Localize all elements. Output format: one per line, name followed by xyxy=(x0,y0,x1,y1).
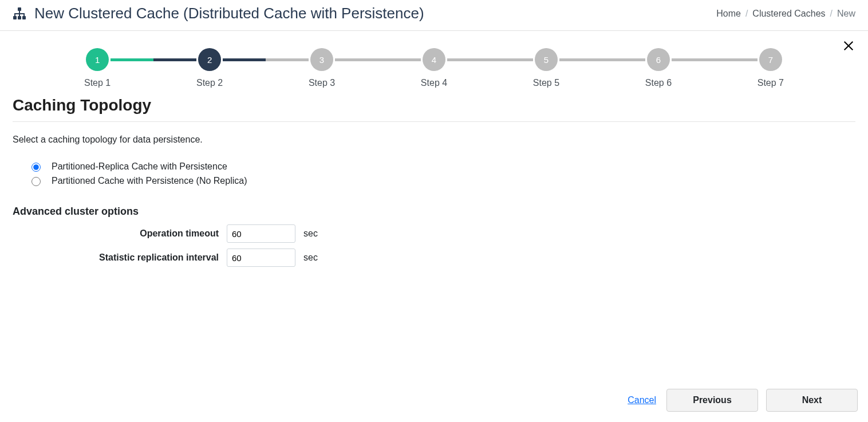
step-label: Step 5 xyxy=(533,78,559,88)
operation-timeout-row: Operation timeout sec xyxy=(13,224,855,243)
step-label: Step 7 xyxy=(757,78,784,88)
svg-rect-7 xyxy=(19,14,20,16)
close-button[interactable] xyxy=(838,36,859,56)
page-title-header: New Clustered Cache (Distributed Cache w… xyxy=(34,5,424,22)
wizard-footer: Cancel Previous Next xyxy=(0,381,868,422)
stat-interval-unit: sec xyxy=(303,253,318,263)
stat-interval-row: Statistic replication interval sec xyxy=(13,249,855,267)
divider xyxy=(13,121,855,122)
svg-rect-2 xyxy=(18,16,21,19)
step-circle: 1 xyxy=(86,48,109,71)
step-label: Step 2 xyxy=(196,78,223,88)
step-3[interactable]: 3Step 3 xyxy=(309,48,335,88)
page-header: New Clustered Cache (Distributed Cache w… xyxy=(0,0,868,31)
svg-rect-4 xyxy=(19,11,20,13)
breadcrumb-home[interactable]: Home xyxy=(716,9,741,19)
stat-interval-input[interactable] xyxy=(227,249,295,267)
step-connector xyxy=(672,58,757,61)
breadcrumb-clustered-caches[interactable]: Clustered Caches xyxy=(752,9,825,19)
step-7[interactable]: 7Step 7 xyxy=(757,48,784,88)
step-label: Step 1 xyxy=(84,78,111,88)
topology-radio-group: Partitioned-Replica Cache with Persisten… xyxy=(13,161,855,186)
breadcrumb-separator: / xyxy=(745,9,748,19)
previous-button[interactable]: Previous xyxy=(666,389,758,412)
step-2[interactable]: 2Step 2 xyxy=(196,48,223,88)
wizard-stepper: 1Step 12Step 23Step 34Step 45Step 56Step… xyxy=(84,48,784,88)
section-description: Select a caching topology for data persi… xyxy=(13,135,855,145)
svg-rect-6 xyxy=(14,14,15,16)
cancel-link[interactable]: Cancel xyxy=(628,395,656,405)
radio-partitioned-no-replica[interactable]: Partitioned Cache with Persistence (No R… xyxy=(29,175,855,186)
step-5[interactable]: 5Step 5 xyxy=(533,48,559,88)
svg-rect-0 xyxy=(18,7,21,11)
breadcrumb-separator: / xyxy=(830,9,833,19)
step-connector xyxy=(335,58,421,61)
step-connector xyxy=(111,58,196,61)
step-label: Step 3 xyxy=(309,78,335,88)
svg-rect-3 xyxy=(22,16,26,19)
step-1[interactable]: 1Step 1 xyxy=(84,48,111,88)
operation-timeout-input[interactable] xyxy=(227,224,295,243)
step-circle: 7 xyxy=(759,48,782,71)
step-connector xyxy=(223,58,309,61)
advanced-options-heading: Advanced cluster options xyxy=(13,206,855,218)
sitemap-icon xyxy=(13,7,26,21)
step-label: Step 6 xyxy=(645,78,672,88)
next-button[interactable]: Next xyxy=(766,389,858,412)
step-circle: 6 xyxy=(647,48,670,71)
radio-label: Partitioned-Replica Cache with Persisten… xyxy=(52,161,227,172)
section-heading: Caching Topology xyxy=(13,96,855,115)
operation-timeout-label: Operation timeout xyxy=(13,228,219,239)
stat-interval-label: Statistic replication interval xyxy=(13,253,219,263)
step-6[interactable]: 6Step 6 xyxy=(645,48,672,88)
step-circle: 4 xyxy=(423,48,445,71)
step-circle: 2 xyxy=(198,48,221,71)
radio-partitioned-no-replica-input[interactable] xyxy=(31,177,41,186)
step-4[interactable]: 4Step 4 xyxy=(421,48,447,88)
step-circle: 5 xyxy=(535,48,558,71)
radio-partitioned-replica-input[interactable] xyxy=(31,163,41,172)
svg-rect-1 xyxy=(13,16,17,19)
svg-rect-8 xyxy=(23,14,25,16)
operation-timeout-unit: sec xyxy=(303,228,318,239)
radio-partitioned-replica[interactable]: Partitioned-Replica Cache with Persisten… xyxy=(29,161,855,172)
step-label: Step 4 xyxy=(421,78,447,88)
breadcrumb: Home / Clustered Caches / New xyxy=(716,9,855,19)
breadcrumb-current: New xyxy=(837,9,855,19)
step-connector xyxy=(447,58,533,61)
step-connector xyxy=(559,58,645,61)
radio-label: Partitioned Cache with Persistence (No R… xyxy=(52,176,247,186)
step-circle: 3 xyxy=(310,48,333,71)
